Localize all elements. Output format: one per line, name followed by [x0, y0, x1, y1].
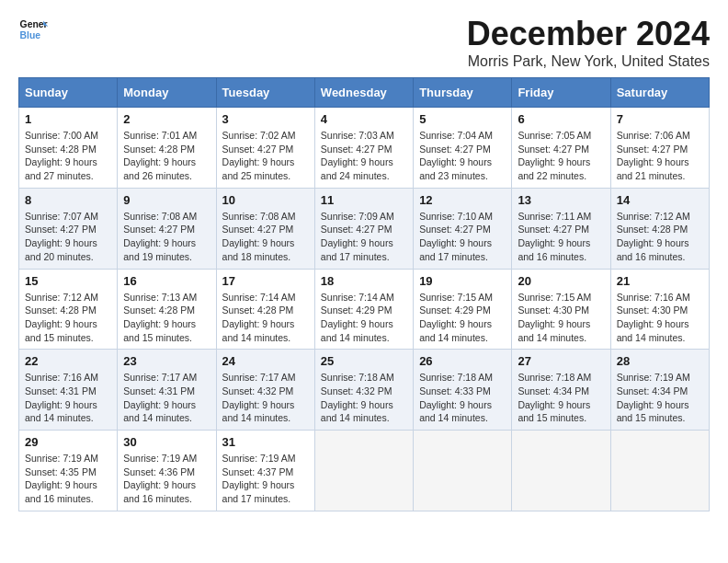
- day-number: 4: [321, 112, 407, 126]
- calendar-week-row: 8Sunrise: 7:07 AMSunset: 4:27 PMDaylight…: [19, 188, 710, 269]
- day-info: Sunrise: 7:11 AMSunset: 4:27 PMDaylight:…: [518, 210, 604, 264]
- day-number: 28: [617, 354, 703, 368]
- day-info: Sunrise: 7:07 AMSunset: 4:27 PMDaylight:…: [25, 210, 111, 264]
- day-number: 29: [25, 435, 111, 449]
- day-number: 7: [617, 112, 703, 126]
- day-number: 12: [419, 193, 506, 207]
- day-number: 21: [617, 274, 703, 288]
- page-title: December 2024: [467, 15, 710, 53]
- logo-icon: General Blue: [18, 15, 48, 44]
- calendar-cell: 29Sunrise: 7:19 AMSunset: 4:35 PMDayligh…: [19, 431, 118, 511]
- day-info: Sunrise: 7:05 AMSunset: 4:27 PMDaylight:…: [518, 129, 604, 183]
- day-info: Sunrise: 7:00 AMSunset: 4:28 PMDaylight:…: [25, 129, 111, 183]
- weekday-header-monday: Monday: [118, 78, 216, 108]
- title-block: December 2024 Morris Park, New York, Uni…: [467, 15, 710, 70]
- day-info: Sunrise: 7:18 AMSunset: 4:32 PMDaylight:…: [321, 371, 407, 425]
- calendar-cell: 5Sunrise: 7:04 AMSunset: 4:27 PMDaylight…: [414, 108, 512, 189]
- day-info: Sunrise: 7:18 AMSunset: 4:34 PMDaylight:…: [518, 371, 604, 425]
- calendar-header-row: SundayMondayTuesdayWednesdayThursdayFrid…: [19, 78, 710, 108]
- calendar-cell: 16Sunrise: 7:13 AMSunset: 4:28 PMDayligh…: [118, 269, 216, 350]
- day-number: 25: [321, 354, 407, 368]
- calendar-week-row: 15Sunrise: 7:12 AMSunset: 4:28 PMDayligh…: [19, 269, 710, 350]
- day-info: Sunrise: 7:13 AMSunset: 4:28 PMDaylight:…: [123, 291, 210, 345]
- weekday-header-friday: Friday: [512, 78, 610, 108]
- day-info: Sunrise: 7:14 AMSunset: 4:29 PMDaylight:…: [321, 291, 407, 345]
- day-number: 27: [518, 354, 604, 368]
- calendar-week-row: 29Sunrise: 7:19 AMSunset: 4:35 PMDayligh…: [19, 431, 710, 511]
- logo: General Blue: [18, 15, 48, 44]
- calendar-cell: 31Sunrise: 7:19 AMSunset: 4:37 PMDayligh…: [216, 431, 314, 511]
- day-info: Sunrise: 7:15 AMSunset: 4:29 PMDaylight:…: [419, 291, 506, 345]
- calendar-cell: 2Sunrise: 7:01 AMSunset: 4:28 PMDaylight…: [118, 108, 216, 189]
- calendar-week-row: 1Sunrise: 7:00 AMSunset: 4:28 PMDaylight…: [19, 108, 710, 189]
- day-number: 5: [419, 112, 506, 126]
- day-info: Sunrise: 7:17 AMSunset: 4:32 PMDaylight:…: [222, 371, 309, 425]
- day-number: 2: [123, 112, 210, 126]
- day-info: Sunrise: 7:17 AMSunset: 4:31 PMDaylight:…: [123, 371, 210, 425]
- day-info: Sunrise: 7:08 AMSunset: 4:27 PMDaylight:…: [222, 210, 309, 264]
- day-number: 3: [222, 112, 309, 126]
- calendar-cell: 24Sunrise: 7:17 AMSunset: 4:32 PMDayligh…: [216, 350, 314, 431]
- day-info: Sunrise: 7:04 AMSunset: 4:27 PMDaylight:…: [419, 129, 506, 183]
- calendar-cell: 28Sunrise: 7:19 AMSunset: 4:34 PMDayligh…: [610, 350, 709, 431]
- calendar-cell: [610, 431, 709, 511]
- day-number: 14: [617, 193, 703, 207]
- calendar-cell: [512, 431, 610, 511]
- calendar-cell: 30Sunrise: 7:19 AMSunset: 4:36 PMDayligh…: [118, 431, 216, 511]
- calendar-cell: [314, 431, 413, 511]
- day-number: 23: [123, 354, 210, 368]
- day-info: Sunrise: 7:12 AMSunset: 4:28 PMDaylight:…: [25, 291, 111, 345]
- calendar-cell: 11Sunrise: 7:09 AMSunset: 4:27 PMDayligh…: [314, 188, 413, 269]
- calendar-cell: 15Sunrise: 7:12 AMSunset: 4:28 PMDayligh…: [19, 269, 118, 350]
- day-info: Sunrise: 7:12 AMSunset: 4:28 PMDaylight:…: [617, 210, 703, 264]
- svg-text:Blue: Blue: [20, 30, 41, 40]
- calendar-cell: 22Sunrise: 7:16 AMSunset: 4:31 PMDayligh…: [19, 350, 118, 431]
- day-number: 17: [222, 274, 309, 288]
- page-header: General Blue December 2024 Morris Park, …: [18, 15, 710, 70]
- calendar-week-row: 22Sunrise: 7:16 AMSunset: 4:31 PMDayligh…: [19, 350, 710, 431]
- day-info: Sunrise: 7:18 AMSunset: 4:33 PMDaylight:…: [419, 371, 506, 425]
- calendar-cell: 19Sunrise: 7:15 AMSunset: 4:29 PMDayligh…: [414, 269, 512, 350]
- weekday-header-tuesday: Tuesday: [216, 78, 314, 108]
- weekday-header-wednesday: Wednesday: [314, 78, 413, 108]
- day-number: 31: [222, 435, 309, 449]
- calendar-cell: 4Sunrise: 7:03 AMSunset: 4:27 PMDaylight…: [314, 108, 413, 189]
- day-info: Sunrise: 7:14 AMSunset: 4:28 PMDaylight:…: [222, 291, 309, 345]
- weekday-header-saturday: Saturday: [610, 78, 709, 108]
- day-number: 6: [518, 112, 604, 126]
- calendar-table: SundayMondayTuesdayWednesdayThursdayFrid…: [18, 77, 710, 511]
- day-info: Sunrise: 7:03 AMSunset: 4:27 PMDaylight:…: [321, 129, 407, 183]
- day-number: 20: [518, 274, 604, 288]
- calendar-cell: 23Sunrise: 7:17 AMSunset: 4:31 PMDayligh…: [118, 350, 216, 431]
- day-info: Sunrise: 7:19 AMSunset: 4:34 PMDaylight:…: [617, 371, 703, 425]
- calendar-cell: 25Sunrise: 7:18 AMSunset: 4:32 PMDayligh…: [314, 350, 413, 431]
- calendar-cell: 9Sunrise: 7:08 AMSunset: 4:27 PMDaylight…: [118, 188, 216, 269]
- calendar-cell: 12Sunrise: 7:10 AMSunset: 4:27 PMDayligh…: [414, 188, 512, 269]
- day-info: Sunrise: 7:02 AMSunset: 4:27 PMDaylight:…: [222, 129, 309, 183]
- day-number: 10: [222, 193, 309, 207]
- day-info: Sunrise: 7:19 AMSunset: 4:37 PMDaylight:…: [222, 452, 309, 506]
- day-info: Sunrise: 7:19 AMSunset: 4:35 PMDaylight:…: [25, 452, 111, 506]
- calendar-cell: 27Sunrise: 7:18 AMSunset: 4:34 PMDayligh…: [512, 350, 610, 431]
- calendar-cell: 20Sunrise: 7:15 AMSunset: 4:30 PMDayligh…: [512, 269, 610, 350]
- calendar-cell: 21Sunrise: 7:16 AMSunset: 4:30 PMDayligh…: [610, 269, 709, 350]
- day-number: 30: [123, 435, 210, 449]
- calendar-cell: 6Sunrise: 7:05 AMSunset: 4:27 PMDaylight…: [512, 108, 610, 189]
- day-info: Sunrise: 7:06 AMSunset: 4:27 PMDaylight:…: [617, 129, 703, 183]
- calendar-cell: 17Sunrise: 7:14 AMSunset: 4:28 PMDayligh…: [216, 269, 314, 350]
- day-info: Sunrise: 7:16 AMSunset: 4:30 PMDaylight:…: [617, 291, 703, 345]
- calendar-cell: 10Sunrise: 7:08 AMSunset: 4:27 PMDayligh…: [216, 188, 314, 269]
- day-number: 24: [222, 354, 309, 368]
- calendar-cell: 26Sunrise: 7:18 AMSunset: 4:33 PMDayligh…: [414, 350, 512, 431]
- day-number: 11: [321, 193, 407, 207]
- calendar-cell: 18Sunrise: 7:14 AMSunset: 4:29 PMDayligh…: [314, 269, 413, 350]
- day-number: 1: [25, 112, 111, 126]
- day-number: 9: [123, 193, 210, 207]
- day-number: 8: [25, 193, 111, 207]
- calendar-cell: 1Sunrise: 7:00 AMSunset: 4:28 PMDaylight…: [19, 108, 118, 189]
- day-info: Sunrise: 7:10 AMSunset: 4:27 PMDaylight:…: [419, 210, 506, 264]
- day-info: Sunrise: 7:16 AMSunset: 4:31 PMDaylight:…: [25, 371, 111, 425]
- calendar-cell: 3Sunrise: 7:02 AMSunset: 4:27 PMDaylight…: [216, 108, 314, 189]
- page-subtitle: Morris Park, New York, United States: [467, 53, 710, 70]
- weekday-header-thursday: Thursday: [414, 78, 512, 108]
